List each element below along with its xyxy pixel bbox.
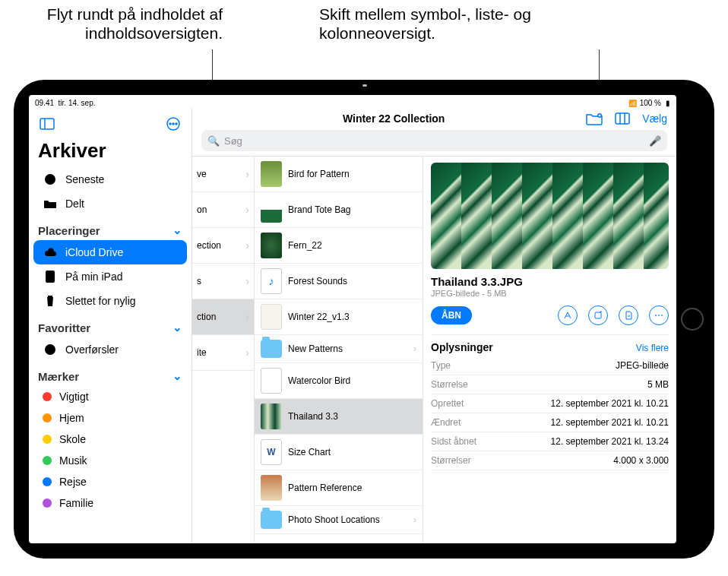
screen: 09.41 tir. 14. sep. ••• 100 % Ar bbox=[29, 95, 676, 543]
sidebar-item-label: Hjem bbox=[59, 412, 84, 424]
info-value: JPEG-billede bbox=[616, 360, 669, 371]
file-item[interactable]: Bird for Pattern bbox=[255, 157, 423, 192]
callout-left: Flyt rundt på indholdet af indholdsovers… bbox=[14, 5, 223, 43]
info-row: Størrelse5 MB bbox=[431, 375, 669, 394]
svg-rect-7 bbox=[46, 271, 55, 283]
info-row: TypeJPEG-billede bbox=[431, 356, 669, 375]
sidebar-section-tags[interactable]: Mærker ⌄ bbox=[29, 362, 191, 386]
svg-rect-10 bbox=[616, 113, 629, 124]
show-more-link[interactable]: Vis flere bbox=[636, 343, 669, 353]
dictate-icon[interactable]: 🎤 bbox=[649, 135, 661, 147]
sidebar-item-on-ipad[interactable]: På min iPad bbox=[33, 264, 187, 289]
tag-dot-icon bbox=[43, 477, 52, 486]
file-item[interactable]: Watercolor Bird bbox=[255, 363, 423, 399]
file-label: Forest Sounds bbox=[288, 276, 347, 286]
parent-column-item[interactable]: s› bbox=[192, 264, 254, 299]
file-item[interactable]: Size Chart bbox=[255, 435, 423, 470]
file-item[interactable]: Winter 22_v1.3 bbox=[255, 299, 423, 335]
open-button[interactable]: ÅBN bbox=[431, 306, 472, 324]
sidebar-tag-item[interactable]: Vigtigt bbox=[33, 386, 187, 407]
sidebar-item-label: Seneste bbox=[65, 173, 104, 185]
sidebar-tag-item[interactable]: Skole bbox=[33, 429, 187, 450]
home-button[interactable] bbox=[681, 308, 704, 331]
sidebar-title: Arkiver bbox=[29, 139, 191, 167]
sidebar-item-label: iCloud Drive bbox=[65, 246, 123, 258]
status-bar: 09.41 tir. 14. sep. ••• 100 % bbox=[29, 95, 676, 109]
truncated-label: ve bbox=[197, 169, 207, 179]
markup-icon[interactable] bbox=[558, 305, 578, 325]
truncated-label: ection bbox=[197, 240, 221, 251]
file-label: Brand Tote Bag bbox=[288, 204, 351, 215]
parent-column-item[interactable]: ction› bbox=[192, 299, 254, 335]
chevron-right-icon: › bbox=[413, 343, 416, 354]
file-label: Watercolor Bird bbox=[288, 375, 350, 386]
file-thumbnail bbox=[261, 233, 282, 258]
info-key: Størrelse bbox=[431, 379, 468, 390]
truncated-label: s bbox=[197, 276, 201, 286]
file-item[interactable]: Forest Sounds bbox=[255, 264, 423, 299]
sidebar-tag-item[interactable]: Rejse bbox=[33, 471, 187, 492]
tag-dot-icon bbox=[43, 456, 52, 465]
parent-column-item[interactable]: ite› bbox=[192, 335, 254, 371]
sidebar-item-recent[interactable]: Seneste bbox=[33, 167, 187, 191]
file-item[interactable]: Pattern Reference bbox=[255, 470, 423, 506]
more-options-icon[interactable] bbox=[163, 113, 184, 135]
svg-point-3 bbox=[169, 123, 171, 125]
chevron-right-icon: › bbox=[245, 347, 249, 359]
sidebar: Arkiver Seneste Delt Placeringer ⌄ bbox=[29, 109, 192, 543]
column-parent: ve›on›ection›s›ction›ite› bbox=[192, 157, 255, 543]
callout-right: Skift mellem symbol-, liste- og kolonneo… bbox=[319, 5, 562, 43]
info-row: Størrelser4.000 x 3.000 bbox=[431, 451, 669, 470]
parent-column-item[interactable]: ve› bbox=[192, 157, 254, 192]
view-mode-button[interactable] bbox=[615, 112, 630, 125]
truncated-label: ite bbox=[197, 347, 207, 358]
sidebar-item-icloud[interactable]: iCloud Drive bbox=[33, 240, 187, 264]
svg-point-4 bbox=[173, 123, 174, 125]
file-item[interactable]: New Patterns› bbox=[255, 335, 423, 363]
info-key: Oprettet bbox=[431, 398, 464, 409]
info-value: 12. september 2021 kl. 13.24 bbox=[551, 436, 669, 447]
file-item[interactable]: Photo Shoot Locations› bbox=[255, 506, 423, 534]
file-label: Size Chart bbox=[288, 447, 331, 457]
sidebar-section-locations[interactable]: Placeringer ⌄ bbox=[29, 216, 191, 240]
file-thumbnail bbox=[261, 268, 282, 294]
pdf-icon[interactable] bbox=[619, 305, 638, 325]
new-folder-button[interactable] bbox=[586, 112, 603, 125]
sidebar-item-label: Skole bbox=[59, 433, 86, 445]
folder-icon bbox=[261, 340, 282, 358]
sidebar-item-downloads[interactable]: Overførsler bbox=[33, 337, 187, 362]
tag-dot-icon bbox=[43, 498, 52, 508]
sidebar-toggle-icon[interactable] bbox=[36, 113, 58, 135]
sidebar-tag-item[interactable]: Hjem bbox=[33, 407, 187, 429]
sidebar-item-label: Familie bbox=[59, 497, 93, 509]
parent-column-item[interactable]: on› bbox=[192, 192, 254, 228]
sidebar-tag-item[interactable]: Familie bbox=[33, 492, 187, 514]
file-thumbnail bbox=[261, 161, 282, 187]
file-subtitle: JPEG-billede - 5 MB bbox=[431, 289, 669, 298]
chevron-down-icon: ⌄ bbox=[173, 321, 182, 334]
file-preview[interactable] bbox=[431, 163, 669, 269]
info-row: Ændret12. september 2021 kl. 10.21 bbox=[431, 413, 669, 432]
download-icon bbox=[43, 342, 58, 357]
sidebar-item-label: Vigtigt bbox=[59, 391, 89, 403]
wifi-icon bbox=[628, 99, 637, 107]
sidebar-item-label: Slettet for nylig bbox=[65, 295, 136, 307]
file-thumbnail bbox=[261, 439, 282, 465]
file-item[interactable]: Thailand 3.3 bbox=[255, 399, 423, 435]
file-item[interactable]: Fern_22 bbox=[255, 228, 423, 264]
sidebar-section-favorites[interactable]: Favoritter ⌄ bbox=[29, 313, 191, 337]
more-actions-icon[interactable]: ⋯ bbox=[649, 305, 669, 325]
file-item[interactable]: Brand Tote Bag bbox=[255, 192, 423, 228]
parent-column-item[interactable]: ection› bbox=[192, 228, 254, 264]
search-field[interactable]: 🔍 Søg 🎤 bbox=[201, 130, 667, 151]
info-value: 12. september 2021 kl. 10.21 bbox=[551, 417, 669, 428]
rotate-icon[interactable] bbox=[588, 305, 608, 325]
chevron-right-icon: › bbox=[245, 239, 249, 252]
detail-pane: Thailand 3.3.JPG JPEG-billede - 5 MB ÅBN… bbox=[423, 157, 676, 543]
sidebar-item-trash[interactable]: Slettet for nylig bbox=[33, 289, 187, 313]
info-key: Størrelser bbox=[431, 455, 471, 466]
sidebar-tag-item[interactable]: Musik bbox=[33, 450, 187, 471]
select-button[interactable]: Vælg bbox=[642, 112, 667, 125]
info-row: Sidst åbnet12. september 2021 kl. 13.24 bbox=[431, 432, 669, 451]
sidebar-item-shared[interactable]: Delt bbox=[33, 191, 187, 216]
